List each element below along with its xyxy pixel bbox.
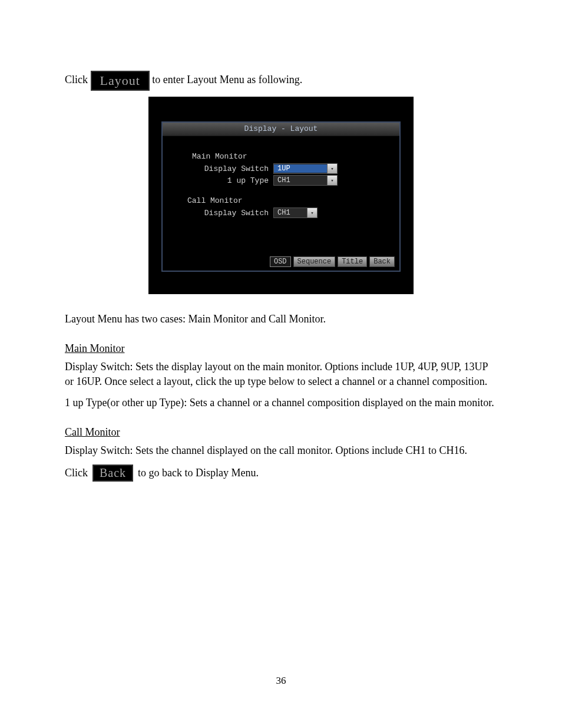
main-1up-type-row: 1 up Type CH1 ▾ bbox=[176, 175, 386, 186]
dialog-title: Display - Layout bbox=[163, 123, 399, 136]
main-monitor-section-heading: Main Monitor bbox=[65, 342, 497, 355]
intro-post-text: to enter Layout Menu as following. bbox=[152, 74, 302, 85]
back-post-text: to go back to Display Menu. bbox=[138, 467, 259, 479]
intro-line: Click Layout to enter Layout Menu as fol… bbox=[65, 71, 497, 91]
main-1up-type-label: 1 up Type bbox=[176, 176, 273, 185]
layout-description: Layout Menu has two cases: Main Monitor … bbox=[65, 312, 497, 326]
call-display-switch-label: Display Switch bbox=[176, 209, 273, 218]
main-1up-type-value: CH1 bbox=[274, 176, 327, 185]
layout-button-illustration: Layout bbox=[91, 71, 150, 91]
back-button-illustration: Back bbox=[92, 465, 133, 482]
call-monitor-heading: Call Monitor bbox=[187, 196, 386, 205]
dialog-frame: Display - Layout Main Monitor Display Sw… bbox=[161, 121, 401, 272]
main-monitor-heading: Main Monitor bbox=[192, 152, 386, 161]
call-display-switch-dropdown[interactable]: CH1 ▾ bbox=[273, 207, 318, 218]
call-display-switch-value: CH1 bbox=[274, 209, 307, 217]
page-number: 36 bbox=[0, 675, 562, 687]
back-button[interactable]: Back bbox=[369, 256, 395, 267]
document-page: Click Layout to enter Layout Menu as fol… bbox=[0, 0, 562, 728]
main-1up-type-description: 1 up Type(or other up Type): Sets a chan… bbox=[65, 396, 497, 410]
main-display-switch-dropdown[interactable]: 1UP ▾ bbox=[273, 163, 338, 174]
main-display-switch-label: Display Switch bbox=[176, 164, 273, 173]
dialog-footer: OSD Sequence Title Back bbox=[270, 256, 395, 267]
dialog-body: Main Monitor Display Switch 1UP ▾ 1 up T… bbox=[163, 136, 399, 271]
osd-button[interactable]: OSD bbox=[270, 256, 291, 267]
call-monitor-section-heading: Call Monitor bbox=[65, 426, 497, 439]
call-display-switch-description: Display Switch: Sets the channel display… bbox=[65, 443, 497, 457]
layout-menu-screenshot: Display - Layout Main Monitor Display Sw… bbox=[148, 97, 414, 294]
main-display-switch-row: Display Switch 1UP ▾ bbox=[176, 163, 386, 174]
main-display-switch-value: 1UP bbox=[274, 164, 327, 173]
back-instruction-line: Click Back to go back to Display Menu. bbox=[65, 465, 497, 482]
sequence-button[interactable]: Sequence bbox=[293, 256, 336, 267]
chevron-down-icon[interactable]: ▾ bbox=[327, 164, 337, 173]
main-display-switch-description: Display Switch: Sets the display layout … bbox=[65, 360, 497, 388]
main-1up-type-dropdown[interactable]: CH1 ▾ bbox=[273, 175, 338, 186]
chevron-down-icon[interactable]: ▾ bbox=[307, 208, 317, 218]
call-display-switch-row: Display Switch CH1 ▾ bbox=[176, 207, 386, 218]
chevron-down-icon[interactable]: ▾ bbox=[327, 176, 337, 185]
back-pre-text: Click bbox=[65, 467, 88, 479]
title-button[interactable]: Title bbox=[338, 256, 367, 267]
intro-pre-text: Click bbox=[65, 74, 91, 85]
